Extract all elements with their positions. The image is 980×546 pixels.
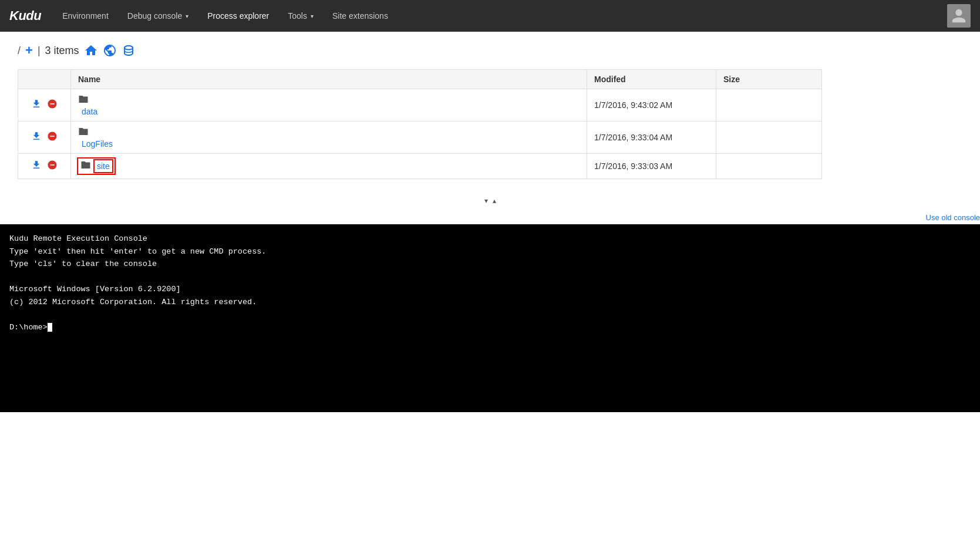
expand-up-icon: ▴ [493,197,496,205]
use-old-console-link[interactable]: Use old console [926,213,981,222]
col-modified: Modifed [587,70,716,89]
row-actions [18,154,71,179]
col-actions [18,70,71,89]
brand[interactable]: Kudu [9,8,41,23]
folder-link[interactable]: site [95,160,112,172]
folder-icon [78,129,89,139]
add-button[interactable]: + [25,44,33,57]
console-toolbar: Use old console [0,211,980,224]
console-line: Type 'exit' then hit 'enter' to get a ne… [9,245,971,258]
main-content: / + | 3 items Name Modifed [0,32,980,191]
console[interactable]: Kudu Remote Execution ConsoleType 'exit'… [0,224,980,412]
row-actions [18,122,71,154]
console-line [9,309,971,322]
console-cursor [48,323,52,332]
console-line [9,271,971,284]
row-modified: 1/7/2016, 9:33:04 AM [587,122,716,154]
prompt-text: D:\home> [9,321,48,334]
navbar: Kudu Environment Debug console ▾ Process… [0,0,980,32]
folder-icon [80,160,91,173]
console-line: Kudu Remote Execution Console [9,232,971,245]
folder-link[interactable]: LogFiles [82,139,580,149]
item-count: 3 items [45,45,79,57]
delete-icon[interactable] [47,161,58,173]
console-prompt[interactable]: D:\home> [9,321,971,334]
delete-icon[interactable] [47,100,58,112]
row-size [716,154,822,179]
row-modified: 1/7/2016, 9:43:02 AM [587,89,716,122]
nav-tools[interactable]: Tools ▾ [278,0,323,32]
download-icon[interactable] [31,132,45,144]
nav-process-explorer[interactable]: Process explorer [198,0,278,32]
nav-site-extensions[interactable]: Site extensions [323,0,398,32]
nav-debug-console[interactable]: Debug console ▾ [118,0,198,32]
delete-icon[interactable] [47,132,58,144]
tools-dropdown-icon: ▾ [311,13,314,19]
nav-environment[interactable]: Environment [53,0,118,32]
col-name: Name [71,70,587,89]
col-size: Size [716,70,822,89]
file-table: Name Modifed Size data 1/7/2016, 9:43:02… [18,69,822,179]
row-size [716,89,822,122]
globe-icon[interactable] [103,43,117,58]
row-actions [18,89,71,122]
table-row: site 1/7/2016, 9:33:03 AM [18,154,822,179]
folder-icon [78,96,89,106]
home-icon[interactable] [84,43,98,58]
console-line: Type 'cls' to clear the console [9,258,971,271]
console-line: (c) 2012 Microsoft Corporation. All righ… [9,296,971,309]
expand-down-icon: ▾ [484,197,488,205]
resize-handle[interactable]: ▾ ▴ [0,191,980,211]
console-line: Microsoft Windows [Version 6.2.9200] [9,283,971,296]
toolbar: / + | 3 items [18,43,962,58]
avatar-icon [947,4,971,28]
toolbar-separator: | [38,45,41,57]
row-modified: 1/7/2016, 9:33:03 AM [587,154,716,179]
row-name: LogFiles [71,122,587,154]
table-row: data 1/7/2016, 9:43:02 AM [18,89,822,122]
folder-link[interactable]: data [82,107,580,116]
download-icon[interactable] [31,161,45,173]
debug-console-dropdown-icon: ▾ [186,13,188,19]
current-path: / [18,45,21,57]
row-size [716,122,822,154]
table-row: LogFiles 1/7/2016, 9:33:04 AM [18,122,822,154]
user-avatar[interactable] [947,4,971,28]
data-icon[interactable] [122,43,136,58]
row-name: site [71,154,587,179]
row-name: data [71,89,587,122]
download-icon[interactable] [31,100,45,112]
